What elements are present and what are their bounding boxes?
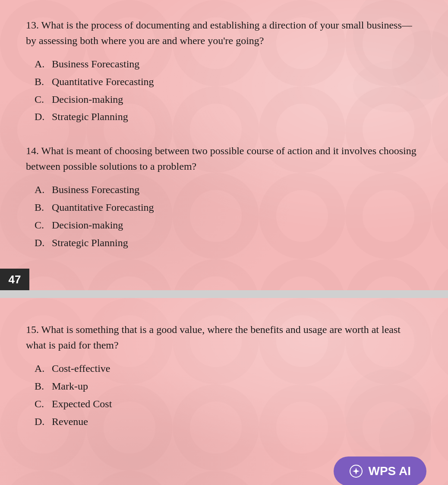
question-15: 15. What is something that is a good val…: [26, 322, 422, 430]
page-divider: [0, 290, 448, 298]
list-item: D. Revenue: [35, 413, 422, 431]
list-item: D. Strategic Planning: [35, 234, 422, 252]
question-15-text: 15. What is something that is a good val…: [26, 322, 422, 353]
page-number-badge: 47: [0, 269, 29, 290]
question-15-options: A. Cost-effective B. Mark-up C. Expected…: [26, 360, 422, 430]
list-item: A. Business Forecasting: [35, 181, 422, 199]
question-14: 14. What is meant of choosing between tw…: [26, 143, 422, 251]
wps-ai-icon: [349, 464, 363, 478]
list-item: A. Cost-effective: [35, 360, 422, 377]
question-13-options: A. Business Forecasting B. Quantitative …: [26, 55, 422, 126]
bottom-page-section: 15. What is something that is a good val…: [0, 298, 448, 485]
question-14-options: A. Business Forecasting B. Quantitative …: [26, 181, 422, 251]
list-item: D. Strategic Planning: [35, 108, 422, 126]
list-item: C. Expected Cost: [35, 395, 422, 413]
list-item: C. Decision-making: [35, 216, 422, 234]
wps-ai-button[interactable]: WPS AI: [334, 456, 426, 485]
question-13-text: 13. What is the process of documenting a…: [26, 17, 422, 48]
top-page-section: 13. What is the process of documenting a…: [0, 0, 448, 290]
list-item: B. Mark-up: [35, 377, 422, 395]
question-14-text: 14. What is meant of choosing between tw…: [26, 143, 422, 174]
question-13: 13. What is the process of documenting a…: [26, 17, 422, 126]
list-item: B. Quantitative Forecasting: [35, 73, 422, 91]
list-item: C. Decision-making: [35, 91, 422, 108]
list-item: A. Business Forecasting: [35, 55, 422, 73]
list-item: B. Quantitative Forecasting: [35, 199, 422, 216]
